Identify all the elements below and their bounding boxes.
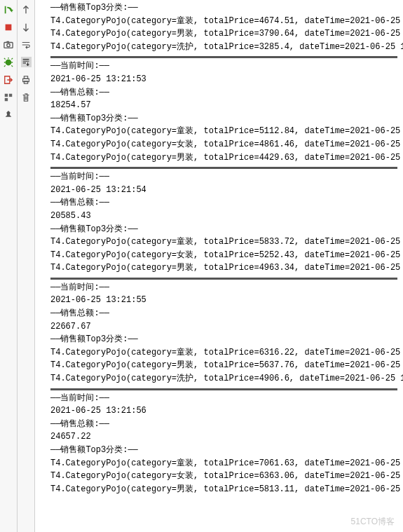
current-time-value: 2021-06-25 13:21:53 <box>50 73 397 86</box>
pojo-line: T4.CategoryPojo(category=童装, totalPrice=… <box>50 236 397 249</box>
current-time-value: 2021-06-25 13:21:56 <box>50 404 397 418</box>
total-sales-value: 22667.67 <box>50 320 397 334</box>
pojo-line: T4.CategoryPojo(category=童装, totalPrice=… <box>50 346 397 360</box>
debug-icon[interactable] <box>4 57 14 67</box>
total-sales-value: 20585.43 <box>50 210 397 223</box>
soft-wrap-icon[interactable] <box>21 39 32 50</box>
pojo-line: T4.CategoryPojo(category=洗护, totalPrice=… <box>50 41 397 54</box>
total-sales-header: ——销售总额:—— <box>50 196 397 210</box>
section-divider <box>50 388 397 390</box>
pojo-line: T4.CategoryPojo(category=男装, totalPrice=… <box>50 359 397 372</box>
svg-rect-3 <box>6 41 9 42</box>
top3-header: ——销售额Top3分类:—— <box>50 444 397 457</box>
trash-icon[interactable] <box>21 92 32 102</box>
top3-header: ——销售额Top3分类:—— <box>50 112 397 125</box>
pojo-line: T4.CategoryPojo(category=男装, totalPrice=… <box>50 483 397 496</box>
print-icon[interactable] <box>21 74 32 85</box>
section-divider <box>50 278 397 280</box>
svg-point-2 <box>7 43 10 46</box>
exit-icon[interactable] <box>4 74 14 85</box>
pojo-line: T4.CategoryPojo(category=女装, totalPrice=… <box>50 138 397 151</box>
section-divider <box>50 167 397 169</box>
top3-header: ——销售额Top3分类:—— <box>50 223 397 236</box>
pojo-line: T4.CategoryPojo(category=男装, totalPrice=… <box>50 27 397 41</box>
pojo-line: T4.CategoryPojo(category=女装, totalPrice=… <box>50 470 397 483</box>
pojo-line: T4.CategoryPojo(category=洗护, totalPrice=… <box>50 372 397 386</box>
svg-rect-7 <box>5 97 8 100</box>
total-sales-value: 18254.57 <box>50 99 397 112</box>
pojo-line: T4.CategoryPojo(category=童装, totalPrice=… <box>50 457 397 470</box>
pojo-line: T4.CategoryPojo(category=童装, totalPrice=… <box>50 15 397 28</box>
current-time-header: ——当前时间:—— <box>50 60 397 73</box>
total-sales-header: ——销售总额:—— <box>50 307 397 320</box>
section-divider <box>50 56 397 58</box>
total-sales-header: ——销售总额:—— <box>50 86 397 100</box>
toolbar-right <box>18 0 35 532</box>
toolbar-left <box>0 0 18 532</box>
console-output[interactable]: ——销售额Top3分类:——T4.CategoryPojo(category=童… <box>35 0 403 532</box>
stop-icon[interactable] <box>4 22 14 32</box>
current-time-header: ——当前时间:—— <box>50 170 397 184</box>
down-arrow-icon[interactable] <box>21 22 32 32</box>
pin-icon[interactable] <box>4 109 14 120</box>
camera-icon[interactable] <box>4 39 14 50</box>
svg-rect-10 <box>24 81 27 83</box>
svg-rect-9 <box>24 76 27 79</box>
top3-header: ——销售额Top3分类:—— <box>50 333 397 346</box>
pojo-line: T4.CategoryPojo(category=童装, totalPrice=… <box>50 125 397 138</box>
current-time-value: 2021-06-25 13:21:54 <box>50 184 397 197</box>
rerun-icon[interactable] <box>4 4 14 15</box>
svg-rect-0 <box>6 24 12 30</box>
pojo-line: T4.CategoryPojo(category=男装, totalPrice=… <box>50 261 397 275</box>
current-time-header: ——当前时间:—— <box>50 392 397 405</box>
svg-rect-5 <box>5 93 8 96</box>
pojo-line: T4.CategoryPojo(category=男装, totalPrice=… <box>50 151 397 165</box>
up-arrow-icon[interactable] <box>21 4 32 15</box>
svg-point-4 <box>6 59 12 65</box>
svg-rect-6 <box>9 93 12 96</box>
top3-header: ——销售额Top3分类:—— <box>50 1 397 15</box>
pojo-line: T4.CategoryPojo(category=女装, totalPrice=… <box>50 249 397 262</box>
total-sales-header: ——销售总额:—— <box>50 418 397 431</box>
total-sales-value: 24657.22 <box>50 430 397 444</box>
current-time-header: ——当前时间:—— <box>50 281 397 294</box>
current-time-value: 2021-06-25 13:21:55 <box>50 294 397 307</box>
scroll-to-end-icon[interactable] <box>21 57 32 67</box>
layout-icon[interactable] <box>4 92 14 102</box>
